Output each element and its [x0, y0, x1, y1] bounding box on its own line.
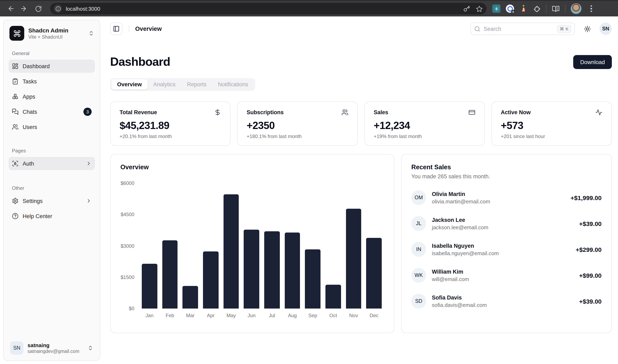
chart-bar-slot [200, 183, 221, 309]
apps-icon [12, 93, 18, 100]
chart-bar [142, 264, 157, 309]
sidebar-item-settings[interactable]: Settings [9, 194, 95, 208]
browser-menu-icon[interactable] [587, 5, 596, 12]
chart-x-label: Dec [364, 313, 384, 318]
browser-profile-avatar[interactable] [571, 3, 581, 14]
extensions-puzzle-icon[interactable] [533, 5, 541, 13]
sale-avatar: JL [411, 216, 426, 231]
chart-x-label: Apr [200, 313, 221, 318]
url-text[interactable]: localhost:3000 [66, 6, 100, 12]
sale-row: SD Sofia Davis sofia.davis@email.com +$3… [411, 294, 602, 309]
auth-lock-icon [12, 160, 18, 167]
download-button[interactable]: Download [573, 55, 612, 69]
chevron-right-icon [86, 198, 92, 204]
panel-left-icon [113, 26, 119, 32]
user-email: satnaingdev@gmail.com [27, 349, 79, 354]
chart-bar-slot [180, 183, 200, 309]
command-icon [13, 29, 21, 37]
stat-value: +12,234 [374, 119, 475, 131]
search-input[interactable]: Search ⌘ K [471, 23, 575, 35]
chart-x-label: Sep [303, 313, 323, 318]
sidebar-item-dashboard[interactable]: Dashboard [9, 60, 95, 73]
tab-notifications[interactable]: Notifications [212, 79, 254, 90]
tab-analytics[interactable]: Analytics [147, 79, 181, 90]
sale-name: Isabella Nguyen [432, 243, 499, 249]
stat-subtext: +20.1% from last month [119, 133, 221, 139]
page-title: Dashboard [110, 55, 170, 69]
sidebar-item-chats[interactable]: Chats 3 [9, 105, 95, 118]
settings-gear-icon [12, 198, 18, 204]
reading-list-icon[interactable] [552, 5, 560, 13]
profile-avatar-button[interactable]: SN [600, 23, 612, 35]
extension-lighthouse-icon[interactable] [519, 4, 528, 13]
sale-name: Sofia Davis [432, 294, 487, 300]
users-icon [341, 109, 348, 116]
chart-x-label: May [221, 313, 241, 318]
sidebar-item-apps[interactable]: Apps [9, 90, 95, 103]
app-subtitle: Vite + ShadcnUI [28, 35, 68, 39]
chevrons-up-down-icon [88, 345, 93, 351]
sale-avatar: OM [411, 190, 426, 205]
sale-email: olivia.martin@email.com [432, 198, 490, 204]
theme-toggle-button[interactable] [581, 22, 594, 35]
tab-overview[interactable]: Overview [111, 79, 147, 90]
recent-sales-title: Recent Sales [411, 164, 602, 171]
chart-bar-slot [343, 183, 364, 309]
chart-bars [139, 183, 384, 309]
chart-bar-slot [221, 183, 241, 309]
chart-x-label: Feb [160, 313, 180, 318]
chart-bar [183, 286, 198, 309]
chart-bar-slot [160, 183, 180, 309]
sale-amount: +$39.00 [579, 298, 602, 305]
chart-x-label: Jul [262, 313, 282, 318]
extension-password-manager-icon[interactable] [506, 4, 514, 13]
sidebar-item-users[interactable]: Users [9, 120, 95, 133]
sale-email: jackson.lee@email.com [432, 224, 488, 230]
bookmark-star-icon[interactable] [476, 5, 483, 12]
site-info-icon[interactable] [54, 4, 62, 13]
sale-amount: +$39.00 [579, 220, 602, 227]
chart-bar-slot [303, 183, 323, 309]
dollar-sign-icon [214, 109, 221, 116]
chats-icon [12, 108, 18, 115]
sidebar-section-pages: Pages [9, 148, 95, 154]
password-key-icon[interactable] [463, 5, 470, 12]
sidebar-section-general: General [9, 51, 95, 56]
sale-email: sofia.davis@email.com [432, 302, 487, 308]
sidebar-user-menu[interactable]: SN satnaing satnaingdev@gmail.com [9, 339, 95, 355]
sale-amount: +$299.00 [576, 246, 602, 253]
help-circle-icon [12, 213, 18, 219]
recent-sales-card: Recent Sales You made 265 sales this mon… [401, 154, 612, 333]
application-window: localhost:3000 [0, 0, 618, 364]
chart-x-label: Jun [241, 313, 262, 318]
sale-name: Olivia Martin [432, 191, 490, 197]
sidebar-toggle-button[interactable] [110, 23, 122, 35]
stat-card-active-now: Active Now +573 +201 since last hour [491, 102, 612, 146]
browser-back-button[interactable] [5, 2, 17, 15]
sale-name: William Kim [432, 269, 469, 275]
stat-subtext: +180.1% from last month [247, 133, 348, 139]
credit-card-icon [468, 109, 475, 116]
sidebar-item-help-center[interactable]: Help Center [9, 209, 95, 223]
chart-bar [366, 238, 382, 309]
workspace-switcher[interactable]: Shadcn Admin Vite + ShadcnUI [9, 24, 95, 41]
sale-email: isabella.nguyen@email.com [432, 250, 499, 256]
sidebar: Shadcn Admin Vite + ShadcnUI General Das… [3, 20, 100, 361]
chart-x-label: Oct [323, 313, 343, 318]
sidebar-item-tasks[interactable]: Tasks [9, 75, 95, 88]
chart-x-label: Nov [343, 313, 364, 318]
browser-reload-button[interactable] [32, 2, 44, 15]
browser-address-bar[interactable]: localhost:3000 [50, 3, 487, 14]
activity-icon [595, 109, 602, 116]
sale-avatar: SD [411, 294, 426, 309]
sale-email: will@email.com [432, 276, 469, 282]
sidebar-item-auth[interactable]: Auth [9, 157, 95, 170]
extension-teal-icon[interactable] [492, 4, 500, 13]
tab-reports[interactable]: Reports [181, 79, 212, 90]
chart-x-label: Aug [282, 313, 302, 318]
sale-row: JL Jackson Lee jackson.lee@email.com +$3… [411, 216, 602, 231]
browser-forward-button[interactable] [17, 2, 30, 15]
user-avatar: SN [10, 341, 23, 354]
search-placeholder: Search [484, 26, 501, 32]
chart-bar [244, 230, 260, 309]
